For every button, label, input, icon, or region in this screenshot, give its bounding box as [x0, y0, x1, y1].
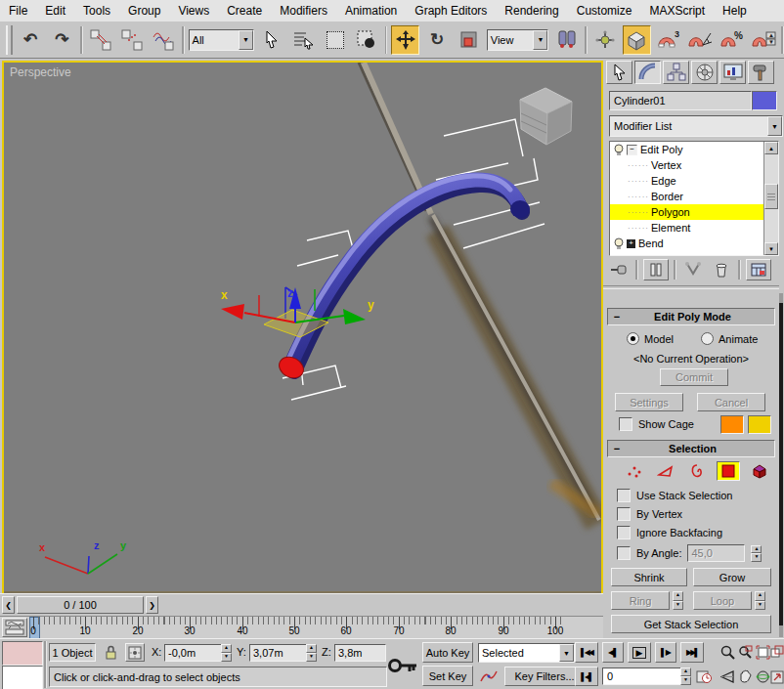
rollout-collapse-icon[interactable]: − — [611, 311, 623, 323]
maximize-viewport-toggle[interactable] — [770, 667, 784, 687]
radio-selected-icon[interactable] — [627, 332, 639, 345]
menu-create[interactable]: Create — [218, 0, 271, 22]
set-key-button[interactable]: Set Key — [422, 666, 473, 686]
maxscript-listener[interactable] — [2, 666, 43, 689]
go-to-end-button[interactable]: ▶▶▌ — [680, 642, 704, 663]
stack-item-polygon-selected[interactable]: ······Polygon — [610, 204, 763, 220]
track-ruler[interactable]: 0 10 20 30 40 50 60 70 80 90 100 — [27, 617, 598, 638]
edge-subobject-button[interactable] — [654, 461, 677, 481]
ignore-backfacing-checkbox[interactable]: Ignore Backfacing — [617, 526, 722, 539]
shrink-button[interactable]: Shrink — [611, 568, 687, 586]
stack-item-border[interactable]: ······Border — [610, 189, 763, 204]
menu-views[interactable]: Views — [169, 0, 218, 22]
stack-scrollbar[interactable]: ▲ ▼ — [763, 142, 778, 255]
perspective-viewport[interactable]: x y z x z y Perspective — [2, 61, 603, 595]
object-color-swatch[interactable] — [752, 91, 777, 110]
panel-scroll-thumb[interactable] — [779, 303, 783, 625]
next-frame-button[interactable]: ▌▶ — [655, 642, 676, 663]
grow-button[interactable]: Grow — [693, 568, 771, 586]
y-coord-spinner[interactable]: ▲▼ — [306, 644, 317, 662]
key-mode-toggle[interactable]: ▌◀▌ — [575, 667, 598, 686]
menu-animation[interactable]: Animation — [336, 0, 406, 22]
radio-icon[interactable] — [701, 332, 714, 345]
snap-3d-button[interactable]: 3 — [655, 25, 682, 55]
by-vertex-checkbox[interactable]: By Vertex — [617, 507, 682, 521]
field-of-view-button[interactable] — [719, 667, 735, 687]
menu-help[interactable]: Help — [714, 0, 756, 22]
cage-selected-color-swatch[interactable] — [748, 415, 771, 434]
mini-curve-editor-button[interactable] — [2, 618, 27, 637]
x-coord-spinner[interactable]: ▲▼ — [221, 644, 232, 662]
ghost-cube[interactable] — [520, 88, 572, 145]
select-and-rotate-button[interactable]: ↻ — [423, 25, 451, 55]
get-stack-selection-button[interactable]: Get Stack Selection — [611, 615, 771, 633]
lightbulb-icon[interactable] — [613, 237, 625, 250]
time-slider-handle[interactable]: 0 / 100 — [17, 596, 144, 614]
checkbox-icon[interactable] — [617, 526, 631, 539]
loop-button[interactable]: Loop — [693, 591, 752, 610]
stack-item-vertex[interactable]: ······Vertex — [610, 157, 763, 173]
lightbulb-icon[interactable] — [613, 144, 625, 156]
selection-lock-toggle[interactable] — [102, 643, 119, 662]
frame-spinner[interactable]: ▲▼ — [680, 667, 691, 685]
gizmo-y-arrow[interactable] — [343, 309, 366, 324]
zoom-button[interactable] — [719, 642, 735, 663]
cancel-button[interactable]: Cancel — [697, 393, 765, 411]
modifier-list-dropdown[interactable]: Modifier List ▼ — [609, 115, 783, 137]
tab-create[interactable] — [606, 61, 632, 84]
window-crossing-button[interactable] — [353, 25, 380, 55]
tab-utilities[interactable] — [748, 61, 774, 84]
current-frame-input[interactable] — [602, 667, 684, 685]
dropdown-arrow-icon[interactable]: ▼ — [559, 644, 574, 662]
select-object-button[interactable] — [258, 25, 285, 55]
tab-display[interactable] — [719, 61, 746, 84]
expand-icon[interactable]: + — [627, 239, 635, 248]
collapse-icon[interactable]: − — [627, 145, 637, 155]
scroll-thumb[interactable] — [764, 184, 778, 209]
by-angle-spinner[interactable]: ▲▼ — [751, 545, 762, 562]
animate-radio[interactable]: Animate — [701, 332, 758, 345]
use-stack-selection-checkbox[interactable]: Use Stack Selection — [617, 489, 732, 502]
select-and-link-button[interactable] — [87, 25, 114, 55]
stack-item-edit-poly[interactable]: − Edit Poly — [610, 142, 763, 157]
play-button[interactable]: ▶ — [628, 642, 651, 663]
ring-spinner[interactable]: ▲▼ — [673, 591, 683, 610]
time-configuration-button[interactable] — [694, 667, 714, 686]
select-and-manipulate-button[interactable] — [591, 25, 619, 55]
menu-edit[interactable]: Edit — [36, 0, 74, 22]
zoom-extents-button[interactable] — [755, 642, 770, 663]
tab-motion[interactable] — [691, 61, 718, 84]
configure-modifier-sets-button[interactable] — [746, 259, 771, 280]
zoom-all-button[interactable] — [737, 642, 753, 663]
zoom-extents-all-button[interactable] — [770, 642, 784, 663]
scroll-track[interactable] — [764, 154, 778, 242]
checkbox-icon[interactable] — [619, 417, 632, 431]
snaps-toggle-button[interactable] — [623, 25, 651, 55]
checkbox-icon[interactable] — [617, 507, 631, 521]
pin-stack-button[interactable] — [607, 259, 631, 280]
by-angle-checkbox[interactable]: By Angle: ▲▼ — [617, 544, 762, 562]
make-unique-button[interactable] — [681, 259, 705, 280]
arc-rotate-button[interactable] — [755, 667, 770, 687]
cage-color-swatch[interactable] — [720, 415, 744, 434]
previous-frame-button[interactable]: ◀▌ — [602, 642, 624, 663]
set-keys-button[interactable] — [385, 647, 420, 684]
previous-frame-slider-button[interactable]: ❮ — [2, 596, 15, 614]
bind-to-space-warp-button[interactable] — [150, 25, 177, 55]
settings-button[interactable]: Settings — [615, 393, 683, 411]
use-pivot-point-center-button[interactable] — [552, 25, 580, 55]
vertex-subobject-button[interactable] — [623, 461, 646, 481]
stack-item-bend[interactable]: + Bend — [610, 236, 763, 251]
go-to-start-button[interactable]: ▌◀◀ — [575, 642, 598, 663]
y-coord-input[interactable] — [249, 644, 307, 662]
selection-rollout-header[interactable]: − Selection — [607, 440, 775, 457]
panel-scrollbar[interactable] — [779, 293, 783, 637]
menu-group[interactable]: Group — [119, 0, 169, 22]
rollout-collapse-icon[interactable]: − — [611, 443, 623, 454]
redo-button[interactable]: ↷ — [48, 25, 75, 55]
toolbar-grip[interactable] — [6, 25, 13, 55]
select-by-name-button[interactable] — [289, 25, 317, 55]
pan-button[interactable] — [737, 667, 753, 687]
key-filter-scope-dropdown[interactable]: Selected ▼ — [478, 643, 575, 663]
spinner-snap-button[interactable]: ▲▼ — [750, 25, 777, 55]
